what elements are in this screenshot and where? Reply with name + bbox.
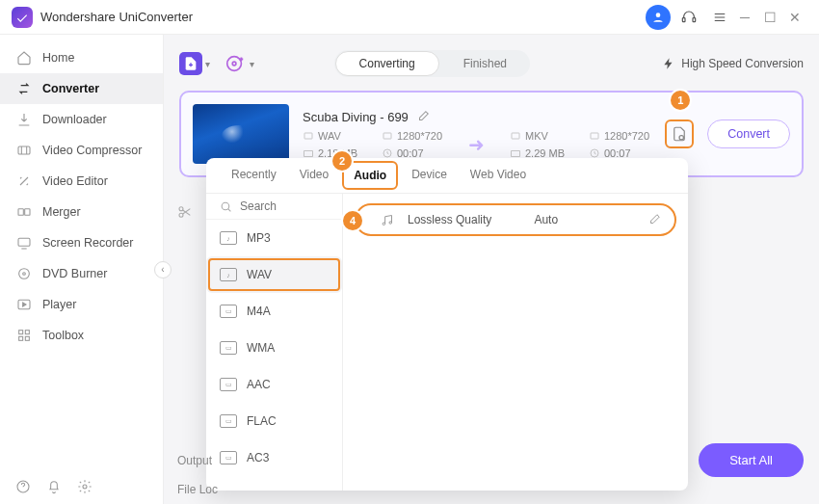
lightning-icon — [662, 57, 675, 70]
svg-rect-18 — [304, 133, 312, 139]
sidebar-item-compressor[interactable]: Video Compressor — [0, 135, 163, 166]
menu-icon[interactable] — [707, 5, 732, 30]
output-settings-button[interactable] — [665, 119, 694, 148]
sidebar-item-label: Toolbox — [42, 329, 84, 342]
footer: Output Start All File Loc — [177, 443, 804, 496]
high-speed-toggle[interactable]: High Speed Conversion — [662, 57, 804, 70]
sidebar-item-label: Video Editor — [42, 174, 108, 188]
svg-rect-1 — [682, 17, 685, 21]
sidebar-item-merger[interactable]: Merger — [0, 197, 163, 227]
format-wav[interactable]: 3 ♪WAV — [206, 256, 342, 293]
rename-icon[interactable] — [416, 110, 430, 123]
sidebar-item-converter[interactable]: Converter — [0, 73, 163, 104]
svg-rect-22 — [591, 133, 598, 139]
support-icon[interactable] — [676, 5, 701, 30]
format-label: FLAC — [247, 414, 277, 428]
music-icon — [380, 213, 394, 227]
popup-tab-audio[interactable]: Audio 2 — [342, 161, 398, 190]
format-wma[interactable]: ▭WMA — [206, 330, 342, 366]
player-icon — [15, 296, 33, 313]
close-button[interactable]: ✕ — [782, 5, 807, 30]
start-all-button[interactable]: Start All — [699, 443, 804, 477]
search-icon — [220, 200, 232, 213]
format-m4a[interactable]: ▭M4A — [206, 293, 342, 330]
disc-icon: ♪ — [220, 231, 237, 245]
sidebar-item-label: Merger — [42, 205, 81, 219]
home-icon — [15, 49, 33, 66]
callout-1: 1 — [671, 91, 690, 110]
help-icon[interactable] — [15, 479, 31, 494]
downloader-icon — [15, 111, 33, 128]
popup-tab-recently[interactable]: Recently — [220, 158, 288, 193]
app-title: Wondershare UniConverter — [40, 10, 193, 24]
disc-plus-icon — [224, 52, 247, 75]
dst-format: MKV — [525, 130, 548, 142]
start-all-label: Start All — [729, 453, 773, 467]
convert-button[interactable]: Convert — [707, 119, 790, 148]
sidebar-item-editor[interactable]: Video Editor — [0, 166, 163, 197]
svg-rect-11 — [25, 331, 29, 334]
format-mp3[interactable]: ♪MP3 — [206, 220, 342, 256]
add-dvd-button[interactable]: ▾ — [224, 52, 254, 75]
maximize-button[interactable]: ☐ — [757, 5, 782, 30]
svg-point-29 — [389, 221, 392, 224]
minimize-button[interactable]: ─ — [732, 5, 757, 30]
file-icon: ▭ — [220, 414, 237, 428]
file-icon: ▭ — [220, 378, 237, 391]
svg-point-16 — [227, 57, 242, 71]
svg-rect-2 — [693, 17, 696, 21]
tab-finished[interactable]: Finished — [440, 50, 530, 77]
chevron-down-icon: ▾ — [250, 59, 254, 69]
svg-rect-13 — [25, 336, 29, 340]
sidebar-item-label: Downloader — [42, 113, 107, 126]
format-label: M4A — [247, 305, 271, 318]
format-flac[interactable]: ▭FLAC — [206, 403, 342, 439]
toolbar: ▾ ▾ Converting Finished High Speed Conve… — [179, 46, 804, 81]
recorder-icon — [15, 234, 33, 252]
scissors-icon[interactable] — [177, 204, 193, 220]
svg-point-15 — [83, 485, 87, 489]
sidebar-item-burner[interactable]: DVD Burner — [0, 258, 163, 289]
svg-rect-4 — [18, 209, 23, 216]
dst-size: 2.29 MB — [525, 147, 565, 159]
preset-lossless[interactable]: 4 Lossless Quality Auto — [355, 203, 676, 236]
app-logo — [12, 7, 33, 28]
bell-icon[interactable] — [46, 479, 62, 494]
svg-rect-12 — [19, 336, 23, 340]
preset-edit-icon[interactable] — [647, 213, 661, 226]
format-label: AAC — [247, 378, 271, 391]
popup-tab-webvideo[interactable]: Web Video — [459, 158, 538, 193]
svg-point-17 — [232, 62, 236, 66]
sidebar-item-downloader[interactable]: Downloader — [0, 104, 163, 135]
video-thumbnail[interactable] — [193, 104, 289, 164]
src-dur: 00:07 — [397, 147, 424, 159]
editor-icon — [15, 172, 33, 190]
sidebar-item-home[interactable]: Home — [0, 42, 163, 73]
tab-converting[interactable]: Converting — [335, 51, 439, 76]
preset-quality: Lossless Quality — [408, 213, 491, 226]
sidebar-item-toolbox[interactable]: Toolbox — [0, 320, 163, 351]
format-aac[interactable]: ▭AAC — [206, 366, 342, 403]
sidebar-item-recorder[interactable]: Screen Recorder — [0, 227, 163, 258]
account-icon[interactable] — [646, 5, 671, 30]
svg-rect-19 — [383, 133, 391, 139]
sidebar-item-label: DVD Burner — [42, 267, 107, 280]
popup-tab-device[interactable]: Device — [400, 158, 459, 193]
add-files-button[interactable]: ▾ — [179, 52, 210, 75]
convert-label: Convert — [727, 127, 770, 141]
svg-point-28 — [383, 223, 385, 225]
sidebar-item-player[interactable]: Player — [0, 289, 163, 320]
burner-icon — [15, 265, 33, 282]
format-label: WMA — [247, 341, 275, 355]
callout-2: 2 — [332, 151, 352, 171]
tab-label: Web Video — [470, 168, 526, 181]
svg-rect-5 — [25, 209, 30, 216]
gear-icon[interactable] — [77, 479, 92, 494]
svg-point-8 — [23, 273, 26, 276]
format-search-input[interactable] — [240, 199, 323, 213]
tab-label: Converting — [359, 57, 415, 70]
titlebar: Wondershare UniConverter ─ ☐ ✕ — [0, 0, 819, 35]
src-format: WAV — [318, 130, 341, 142]
tab-label: Finished — [463, 57, 507, 70]
src-res: 1280*720 — [397, 130, 442, 142]
